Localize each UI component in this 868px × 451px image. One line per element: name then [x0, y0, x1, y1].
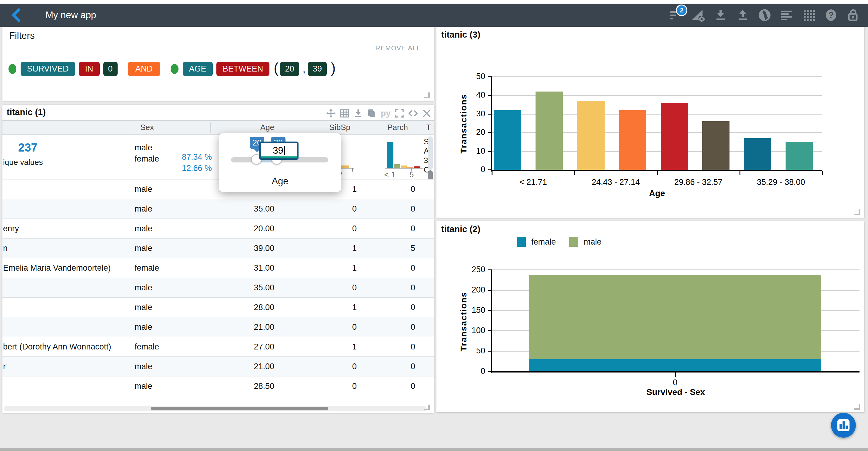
filter-chip-39[interactable]: 39 [308, 62, 327, 76]
bar-chart-icon [837, 419, 849, 431]
filter-list-icon[interactable]: 2 [669, 8, 683, 22]
table-cell: 35.00 [210, 278, 274, 298]
align-left-icon[interactable] [780, 8, 794, 22]
histogram-bar[interactable] [785, 142, 813, 170]
histogram-bar[interactable] [577, 101, 604, 170]
close-panel-icon[interactable] [422, 109, 432, 118]
column-header-parch[interactable]: Parch [358, 121, 408, 134]
back-button[interactable] [9, 8, 24, 23]
bottom-status-strip [0, 448, 868, 451]
column-header-sibsp[interactable]: SibSp [284, 121, 350, 134]
globe-icon[interactable] [758, 8, 772, 22]
table-summary-row: 237 ique values male87.34 %female12.66 %… [2, 134, 434, 179]
grid-dots-icon[interactable] [802, 8, 816, 22]
x-tick-label: < 21.71 [491, 178, 576, 187]
app-title: My new app [45, 4, 96, 27]
sex-stat-label: female [134, 154, 159, 163]
expand-icon[interactable] [395, 109, 404, 118]
table-cell: 28.50 [210, 377, 274, 396]
x-axis-label: Age [612, 188, 703, 198]
table-toolbar: py [326, 109, 432, 118]
table-cell: 0 [284, 357, 357, 377]
panel-resize-handle[interactable] [855, 404, 860, 410]
y-axis-label: Transactions [459, 288, 469, 355]
table-cell: 1 [284, 337, 357, 357]
histogram-bar[interactable] [744, 138, 771, 170]
stacked-bar-segment-male[interactable] [529, 275, 821, 359]
stacked-chart-panel: titanic (2) female male 0501001502002500… [436, 221, 864, 412]
range-input-value: 39 [273, 145, 283, 156]
histogram-bar[interactable] [494, 110, 521, 170]
filter-comma: , [303, 63, 306, 75]
histogram-bar[interactable] [535, 92, 563, 170]
table-cell: female [134, 258, 207, 278]
x-axis-tick [492, 171, 493, 175]
x-tick-label: 0 [645, 378, 706, 387]
table-cell: enry [3, 219, 130, 239]
table-row: nmale39.0015 [2, 239, 434, 258]
add-chart-fab[interactable] [831, 413, 856, 438]
y-tick-label: 0 [461, 366, 485, 376]
table-cell: 0 [358, 317, 415, 337]
table-body: male10male35.0000enrymale20.0000nmale39.… [2, 179, 434, 396]
filter-chip-survived[interactable]: SURVIVED [21, 62, 75, 76]
panel-resize-handle[interactable] [424, 92, 430, 98]
input-underline [261, 156, 297, 158]
filter-chip-in[interactable]: IN [79, 62, 100, 76]
remove-all-filters-button[interactable]: REMOVE ALL [375, 44, 421, 52]
column-divider [132, 122, 132, 133]
column-header-age[interactable]: Age [210, 121, 274, 134]
table-cell: male [134, 219, 207, 239]
table-cell [3, 179, 130, 199]
column-divider [284, 122, 284, 133]
spark-bar [394, 164, 400, 168]
chart-settings-icon[interactable] [691, 8, 705, 22]
table-header-row: Sex Age SibSp Parch T [2, 120, 434, 134]
range-value-input[interactable]: 39 [259, 142, 299, 160]
column-header-sex[interactable]: Sex [140, 121, 154, 134]
move-panel-icon[interactable] [326, 109, 336, 118]
table-cell: 0 [358, 337, 415, 357]
filter-chip-age[interactable]: AGE [183, 62, 213, 76]
column-divider [210, 122, 211, 133]
histogram-bar[interactable] [619, 110, 646, 170]
unique-values-count: 237 [18, 141, 37, 154]
y-axis-label: Transactions [459, 90, 469, 157]
vertical-scrollbar-track[interactable] [428, 137, 433, 170]
download-icon[interactable] [713, 8, 727, 22]
copy-icon[interactable] [367, 109, 377, 118]
python-export-icon[interactable]: py [381, 109, 391, 118]
filter-chip-0[interactable]: 0 [103, 62, 118, 76]
svg-text:?: ? [828, 10, 833, 20]
topbar-icon-group: 2 [669, 4, 860, 27]
column-header-ticket[interactable]: T [426, 121, 431, 134]
histogram-bar[interactable] [702, 121, 730, 170]
table-row: male10 [2, 179, 434, 199]
unlock-icon[interactable] [846, 8, 860, 22]
help-icon[interactable]: ? [824, 8, 838, 22]
table-cell: r [3, 357, 130, 377]
stacked-bar-segment-female[interactable] [529, 359, 821, 371]
table-view-icon[interactable] [340, 109, 349, 118]
spark-axis-label: 5 [402, 170, 421, 179]
table-cell: 0 [358, 377, 415, 396]
table-panel-title: titanic (1) [7, 107, 46, 117]
download-data-icon[interactable] [353, 109, 363, 118]
panel-resize-handle[interactable] [424, 404, 430, 411]
histogram-bar[interactable] [661, 103, 688, 170]
y-tick-label: 250 [461, 265, 485, 274]
x-axis-label: Survived - Sex [630, 387, 721, 397]
panel-resize-handle[interactable] [855, 209, 860, 215]
code-icon[interactable] [408, 109, 418, 118]
horizontal-scrollbar-thumb[interactable] [151, 407, 328, 411]
filter-chip-and[interactable]: AND [128, 62, 160, 76]
spark-axis-tick [352, 168, 353, 172]
table-cell: 20.00 [210, 219, 274, 239]
table-cell: 0 [284, 317, 357, 337]
sex-stat-label: male [134, 143, 152, 152]
filter-chip-20[interactable]: 20 [280, 62, 299, 76]
upload-icon[interactable] [736, 8, 749, 22]
table-cell [3, 317, 130, 337]
filter-chip-between[interactable]: BETWEEN [216, 62, 270, 76]
table-cell: male [134, 239, 207, 258]
